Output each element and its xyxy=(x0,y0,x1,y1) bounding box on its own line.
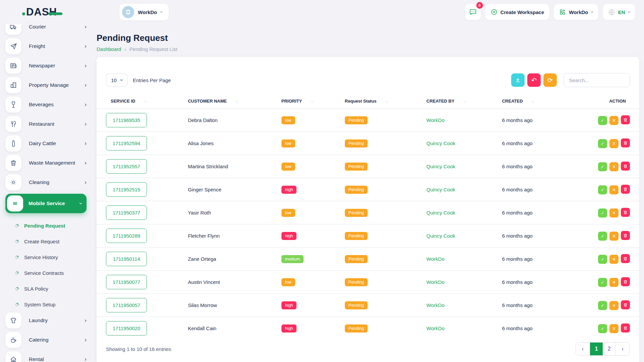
reject-button[interactable]: ✕ xyxy=(609,116,619,125)
workspace-switcher[interactable]: WorkDo › xyxy=(554,4,598,20)
sidebar-item-laundry[interactable]: Laundry› xyxy=(5,312,87,328)
create-workspace-button[interactable]: Create Workspace xyxy=(485,4,550,20)
delete-button[interactable] xyxy=(621,231,630,240)
messages-button[interactable]: 0 xyxy=(465,4,481,20)
service-id-box[interactable]: 1711969535 xyxy=(106,113,147,127)
created-by-link[interactable]: WorkDo xyxy=(426,256,444,262)
column-header-customer-name[interactable]: CUSTOMER NAME↑↓ xyxy=(184,95,278,109)
sidebar-item-beverages[interactable]: Beverages› xyxy=(5,97,87,113)
sidebar-item-newspaper[interactable]: Newspaper› xyxy=(5,58,87,74)
delete-button[interactable] xyxy=(621,300,630,309)
service-id-box[interactable]: 1711952515 xyxy=(106,182,147,197)
approve-button[interactable]: ✓ xyxy=(598,208,607,218)
approve-button[interactable]: ✓ xyxy=(598,162,607,171)
sidebar-subitem-create-request[interactable]: Create Request xyxy=(5,234,91,249)
service-id-box[interactable]: 1711950289 xyxy=(106,229,147,243)
delete-button[interactable] xyxy=(621,208,630,217)
column-header-created-by[interactable]: CREATED BY↑↓ xyxy=(423,95,498,109)
service-id-box[interactable]: 1711950020 xyxy=(106,321,147,336)
reject-button[interactable]: ✕ xyxy=(609,278,619,287)
reject-button[interactable]: ✕ xyxy=(609,162,619,171)
created-cell: 6 months ago xyxy=(499,247,562,270)
sidebar-subitem-label: Pending Request xyxy=(24,223,65,229)
sidebar: Courier›Freight›Newspaper›Property Manag… xyxy=(0,24,91,362)
service-id-box[interactable]: 1711950057 xyxy=(106,298,147,312)
service-id-box[interactable]: 1711952557 xyxy=(106,159,147,174)
sidebar-item-mobile-service[interactable]: Mobile Service› xyxy=(5,194,87,213)
approve-button[interactable]: ✓ xyxy=(598,116,607,125)
approve-button[interactable]: ✓ xyxy=(598,255,607,264)
service-id-box[interactable]: 1711950377 xyxy=(106,205,147,220)
created-by-link[interactable]: WorkDo xyxy=(426,325,444,331)
reject-button[interactable]: ✕ xyxy=(609,301,619,310)
delete-button[interactable] xyxy=(621,254,630,263)
reject-button[interactable]: ✕ xyxy=(609,232,619,241)
sidebar-item-dairy-cattle[interactable]: Dairy Cattle› xyxy=(5,135,87,152)
created-by-link[interactable]: WorkDo xyxy=(426,279,444,285)
sidebar-subitem-service-history[interactable]: Service History xyxy=(5,249,91,265)
approve-button[interactable]: ✓ xyxy=(598,301,607,310)
column-header-created[interactable]: CREATED↑↓ xyxy=(499,95,562,109)
delete-button[interactable] xyxy=(621,277,630,286)
reject-button[interactable]: ✕ xyxy=(609,208,619,218)
sidebar-item-waste-management[interactable]: Waste Management› xyxy=(5,155,87,171)
refresh-button[interactable]: ⟳ xyxy=(543,73,557,87)
delete-button[interactable] xyxy=(621,162,630,171)
delete-button[interactable] xyxy=(621,185,630,194)
check-icon: ✓ xyxy=(601,280,604,285)
sidebar-subitem-sla-policy[interactable]: SLA Policy xyxy=(5,281,91,297)
column-header-request-status[interactable]: Request Status↑↓ xyxy=(341,95,423,109)
logo-dash-icon xyxy=(48,12,62,15)
service-id-box[interactable]: 1711952594 xyxy=(106,136,147,150)
chevron-right-icon: › xyxy=(85,356,87,362)
created-by-link[interactable]: Quincy Cook xyxy=(426,233,455,239)
sort-icon: ↑↓ xyxy=(463,100,466,103)
created-by-link[interactable]: WorkDo xyxy=(426,117,444,123)
customer-name-cell: Austin Vincent xyxy=(184,270,278,294)
reject-button[interactable]: ✕ xyxy=(609,139,619,148)
approve-button[interactable]: ✓ xyxy=(598,232,607,241)
created-by-link[interactable]: Quincy Cook xyxy=(426,187,455,192)
entries-per-page-select[interactable]: 10 › xyxy=(106,73,127,87)
reject-button[interactable]: ✕ xyxy=(609,255,619,264)
sidebar-item-rental[interactable]: Rental› xyxy=(5,351,87,362)
pagination-prev-button[interactable]: ‹ xyxy=(576,343,590,355)
created-by-link[interactable]: Quincy Cook xyxy=(426,164,455,169)
app-logo[interactable]: DASH xyxy=(22,6,62,18)
service-id-box[interactable]: 1711950077 xyxy=(106,275,147,289)
search-input[interactable] xyxy=(564,73,630,87)
delete-button[interactable] xyxy=(621,323,630,333)
pagination-next-button[interactable]: › xyxy=(615,343,630,355)
sidebar-item-courier[interactable]: Courier› xyxy=(5,24,87,35)
sidebar-item-cleaning[interactable]: Cleaning› xyxy=(5,174,87,190)
column-header-service-id[interactable]: SERVICE ID↑↓ xyxy=(97,95,184,109)
approve-button[interactable]: ✓ xyxy=(598,278,607,287)
created-by-link[interactable]: Quincy Cook xyxy=(426,210,455,216)
undo-button[interactable]: ↶ xyxy=(527,73,541,87)
approve-button[interactable]: ✓ xyxy=(598,139,607,148)
sidebar-subitem-pending-request[interactable]: Pending Request xyxy=(5,218,91,234)
created-by-link[interactable]: Quincy Cook xyxy=(426,140,455,146)
sidebar-subitem-service-contracts[interactable]: Service Contracts xyxy=(5,265,91,281)
sidebar-item-property-manage[interactable]: Property Manage› xyxy=(5,77,87,93)
export-download-button[interactable] xyxy=(511,73,525,87)
sidebar-item-catering[interactable]: Catering› xyxy=(5,332,87,348)
language-selector[interactable]: EN › xyxy=(603,4,635,20)
approve-button[interactable]: ✓ xyxy=(598,324,607,333)
created-by-link[interactable]: WorkDo xyxy=(426,302,444,308)
plane-icon xyxy=(5,38,21,54)
page-button-1[interactable]: 1 xyxy=(590,343,603,355)
approve-button[interactable]: ✓ xyxy=(598,185,607,194)
delete-button[interactable] xyxy=(621,115,630,124)
service-id-box[interactable]: 1711950114 xyxy=(106,252,147,266)
sidebar-item-restaurant[interactable]: Restaurant› xyxy=(5,116,87,132)
workspace-selector[interactable]: WorkDo › xyxy=(119,4,169,20)
reject-button[interactable]: ✕ xyxy=(609,324,619,333)
sidebar-subitem-system-setup[interactable]: System Setup xyxy=(5,297,91,312)
sidebar-item-freight[interactable]: Freight› xyxy=(5,38,87,54)
breadcrumb-dashboard-link[interactable]: Dashboard xyxy=(97,46,121,52)
delete-button[interactable] xyxy=(621,138,630,147)
reject-button[interactable]: ✕ xyxy=(609,185,619,194)
column-header-priority[interactable]: PRIORITY↑↓ xyxy=(278,95,341,109)
page-button-2[interactable]: 2 xyxy=(603,343,615,355)
